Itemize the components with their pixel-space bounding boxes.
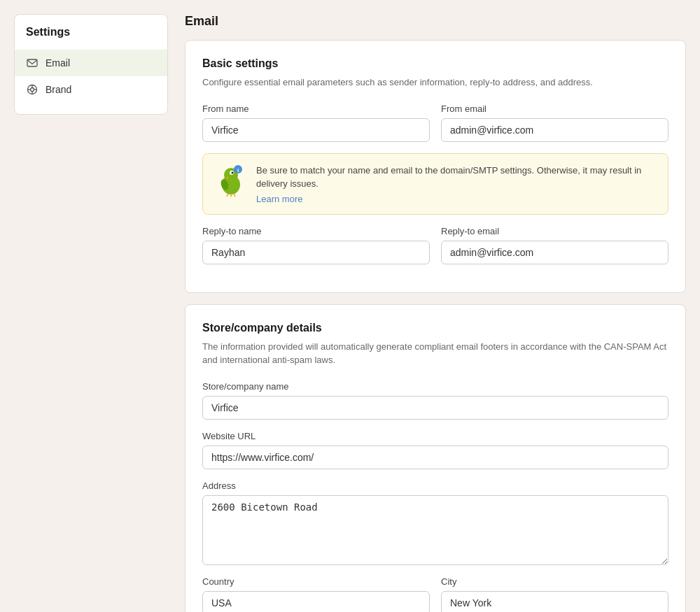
- svg-line-15: [227, 194, 228, 197]
- store-name-label: Store/company name: [202, 381, 668, 392]
- page-container: Settings Email Bran: [14, 14, 686, 612]
- basic-settings-description: Configure essential email parameters suc…: [202, 76, 668, 90]
- city-group: City: [441, 576, 668, 613]
- from-email-label: From email: [441, 104, 668, 114]
- reply-email-input[interactable]: [441, 241, 668, 264]
- from-name-label: From name: [202, 104, 430, 114]
- sidebar: Settings Email Bran: [14, 14, 168, 115]
- svg-text:i: i: [237, 167, 239, 173]
- reply-name-input[interactable]: [202, 241, 430, 264]
- from-name-input[interactable]: [202, 118, 430, 142]
- brand-icon: [26, 83, 38, 96]
- warning-mascot: i: [214, 164, 248, 197]
- from-email-group: From email: [441, 104, 668, 142]
- country-label: Country: [202, 576, 430, 587]
- learn-more-link[interactable]: Learn more: [256, 194, 657, 204]
- svg-point-13: [232, 171, 234, 173]
- from-name-group: From name: [202, 104, 430, 142]
- address-input[interactable]: 2600 Bicetown Road: [202, 495, 668, 565]
- reply-email-group: Reply-to email: [441, 226, 668, 264]
- store-name-row: Store/company name: [202, 381, 668, 420]
- reply-email-label: Reply-to email: [441, 226, 668, 236]
- store-details-title: Store/company details: [202, 322, 668, 334]
- main-content: Email Basic settings Configure essential…: [168, 14, 686, 612]
- website-url-label: Website URL: [202, 431, 668, 441]
- address-group: Address 2600 Bicetown Road: [202, 481, 668, 565]
- website-url-group: Website URL: [202, 431, 668, 469]
- reply-name-group: Reply-to name: [202, 226, 430, 264]
- page-title: Email: [185, 14, 686, 29]
- country-group: Country: [202, 576, 430, 613]
- basic-settings-title: Basic settings: [202, 57, 668, 70]
- address-label: Address: [202, 481, 668, 491]
- sidebar-item-email[interactable]: Email: [15, 50, 167, 76]
- warning-text: Be sure to match your name and email to …: [256, 164, 657, 191]
- sidebar-item-brand-label: Brand: [46, 84, 71, 95]
- reply-row: Reply-to name Reply-to email: [202, 226, 668, 264]
- sidebar-item-brand[interactable]: Brand: [15, 76, 167, 103]
- website-url-input[interactable]: [202, 446, 668, 469]
- sidebar-title: Settings: [15, 26, 167, 50]
- email-icon: [26, 57, 38, 69]
- svg-point-2: [31, 88, 34, 92]
- store-name-input[interactable]: [202, 396, 668, 420]
- svg-rect-0: [27, 59, 37, 66]
- store-details-card: Store/company details The information pr…: [185, 304, 686, 613]
- address-row: Address 2600 Bicetown Road: [202, 481, 668, 565]
- svg-line-17: [234, 194, 235, 197]
- warning-content: Be sure to match your name and email to …: [256, 164, 657, 204]
- website-url-row: Website URL: [202, 431, 668, 469]
- city-label: City: [441, 576, 668, 587]
- store-details-description: The information provided will automatica…: [202, 340, 668, 367]
- from-email-input[interactable]: [441, 118, 668, 142]
- country-city-row: Country City: [202, 576, 668, 613]
- city-input[interactable]: [441, 591, 668, 613]
- basic-settings-card: Basic settings Configure essential email…: [185, 40, 686, 293]
- country-input[interactable]: [202, 591, 430, 613]
- sidebar-item-email-label: Email: [46, 57, 70, 69]
- reply-name-label: Reply-to name: [202, 226, 430, 236]
- warning-box: i Be sure to match: [202, 153, 668, 215]
- store-name-group: Store/company name: [202, 381, 668, 420]
- from-row: From name From email: [202, 104, 668, 142]
